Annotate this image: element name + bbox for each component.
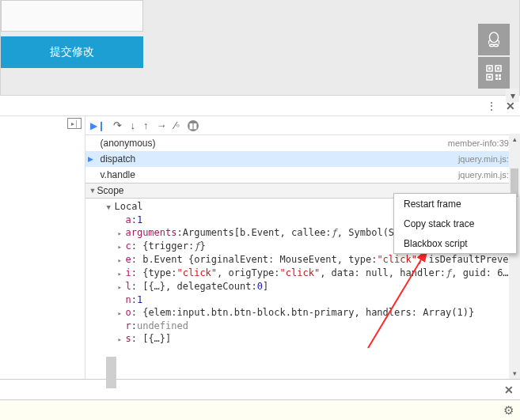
svg-rect-6: [497, 67, 499, 70]
kebab-menu-icon[interactable]: ⋮: [486, 100, 498, 112]
svg-rect-9: [495, 74, 498, 77]
svg-rect-10: [499, 74, 501, 77]
devtools-top-bar: ⋮ ✕: [0, 96, 520, 116]
step-into-icon[interactable]: ↓: [130, 119, 135, 131]
step-out-icon[interactable]: ↑: [143, 119, 149, 131]
menu-restart-frame[interactable]: Restart frame: [394, 194, 516, 214]
svg-point-2: [494, 44, 499, 47]
sources-left-pane: ▸│: [0, 116, 85, 379]
devtools-panel: ⋮ ✕ ▸│ ▶❙ ↷ ↓ ↑ → ⁄◦ ▮▮ (anonymous) memb…: [0, 96, 520, 420]
debugger-toolbar: ▶❙ ↷ ↓ ↑ → ⁄◦ ▮▮: [85, 116, 520, 135]
deactivate-breakpoints-icon[interactable]: ⁄◦: [174, 119, 180, 131]
scroll-down-icon[interactable]: ▾: [509, 368, 520, 379]
scope-var[interactable]: n: 1: [92, 293, 520, 306]
scope-var[interactable]: ▸l: [{…}, delegateCount: 0]: [92, 280, 520, 293]
menu-copy-stack-trace[interactable]: Copy stack trace: [394, 214, 516, 233]
svg-rect-4: [488, 67, 491, 70]
step-icon[interactable]: →: [156, 119, 166, 131]
frame-location: jquery.min.js:2: [458, 154, 514, 164]
frame-name: (anonymous): [100, 138, 155, 149]
call-stack-frame[interactable]: (anonymous) member-info:397: [85, 135, 520, 151]
call-stack: (anonymous) member-info:397 ▶ dispatch j…: [85, 135, 520, 183]
scope-var[interactable]: r: undefined: [92, 320, 520, 332]
close-icon[interactable]: ✕: [506, 100, 515, 112]
floating-actions: [478, 24, 510, 89]
svg-point-0: [490, 32, 499, 43]
svg-rect-8: [488, 76, 491, 78]
scope-title: Scope: [97, 185, 123, 196]
drawer-bar: ✕: [0, 379, 520, 399]
call-stack-frame[interactable]: v.handle jquery.min.js:2: [85, 167, 520, 183]
step-over-icon[interactable]: ↷: [113, 119, 122, 131]
frame-location: jquery.min.js:2: [458, 170, 514, 180]
console-drawer: ⚙: [0, 399, 520, 420]
current-frame-icon: ▶: [88, 155, 93, 163]
close-drawer-icon[interactable]: ✕: [504, 384, 514, 396]
frame-name: v.handle: [100, 169, 135, 180]
submit-label: 提交修改: [50, 45, 94, 59]
scope-var[interactable]: ▸o: {elem: input.btn.btn-block.btn-prima…: [92, 306, 520, 320]
scope-var[interactable]: ▸e: b.Event {originalEvent: MouseEvent, …: [92, 253, 520, 267]
svg-rect-12: [499, 78, 501, 80]
toggle-navigator-icon[interactable]: ▸│: [67, 118, 82, 129]
frame-name: dispatch: [100, 153, 135, 165]
qq-icon[interactable]: [478, 24, 510, 55]
scope-var[interactable]: ▸s: [{…}]: [92, 332, 520, 346]
call-stack-frame[interactable]: ▶ dispatch jquery.min.js:2: [85, 151, 520, 167]
resume-icon[interactable]: ▶❙: [90, 120, 105, 131]
context-menu: Restart frame Copy stack trace Blackbox …: [393, 193, 517, 254]
frame-location: member-info:397: [448, 138, 514, 148]
scope-var[interactable]: ▸i: {type: "click", origType: "click", d…: [92, 267, 520, 280]
scroll-up-icon[interactable]: ▴: [509, 134, 520, 145]
menu-blackbox-script[interactable]: Blackbox script: [394, 233, 516, 253]
svg-rect-11: [495, 78, 498, 80]
scrollbar-vertical[interactable]: ▴ ▾: [509, 134, 520, 379]
text-input-box[interactable]: [1, 0, 143, 32]
qrcode-icon[interactable]: [478, 57, 510, 89]
page-background: 提交修改 ▾: [0, 0, 520, 96]
pause-exceptions-icon[interactable]: ▮▮: [188, 120, 199, 131]
svg-point-1: [490, 44, 495, 47]
submit-button[interactable]: 提交修改: [1, 36, 143, 68]
settings-gear-icon[interactable]: ⚙: [503, 403, 514, 418]
